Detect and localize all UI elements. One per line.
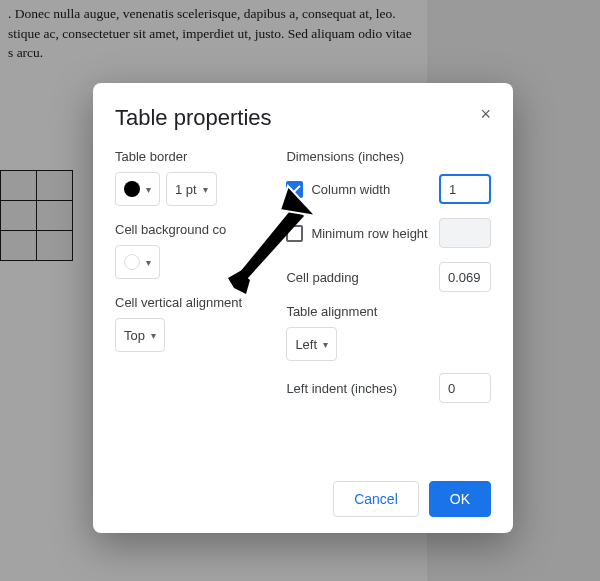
cell-background-section: Cell background co ▾ xyxy=(115,222,272,279)
column-width-label: Column width xyxy=(311,182,390,197)
color-swatch-icon xyxy=(124,254,140,270)
cell-padding-input[interactable] xyxy=(439,262,491,292)
column-width-checkbox[interactable] xyxy=(286,181,303,198)
right-column: Dimensions (inches) Column width Minimum… xyxy=(286,149,491,415)
cell-valign-dropdown[interactable]: Top ▾ xyxy=(115,318,165,352)
dialog-title: Table properties xyxy=(115,105,272,131)
cell-background-label: Cell background co xyxy=(115,222,272,237)
border-size-dropdown[interactable]: 1 pt ▾ xyxy=(166,172,217,206)
cancel-button[interactable]: Cancel xyxy=(333,481,419,517)
row-height-label: Minimum row height xyxy=(311,226,427,241)
table-properties-dialog: Table properties × Table border ▾ 1 pt ▾ xyxy=(93,83,513,533)
border-size-value: 1 pt xyxy=(175,182,197,197)
column-width-input[interactable] xyxy=(439,174,491,204)
dimensions-label: Dimensions (inches) xyxy=(286,149,491,164)
caret-down-icon: ▾ xyxy=(146,257,151,268)
left-indent-label: Left indent (inches) xyxy=(286,381,397,396)
cell-valign-value: Top xyxy=(124,328,145,343)
close-button[interactable]: × xyxy=(480,105,491,123)
border-color-dropdown[interactable]: ▾ xyxy=(115,172,160,206)
color-swatch-icon xyxy=(124,181,140,197)
cell-background-dropdown[interactable]: ▾ xyxy=(115,245,160,279)
caret-down-icon: ▾ xyxy=(151,330,156,341)
caret-down-icon: ▾ xyxy=(146,184,151,195)
table-alignment-dropdown[interactable]: Left ▾ xyxy=(286,327,337,361)
cell-valign-section: Cell vertical alignment Top ▾ xyxy=(115,295,272,352)
cell-valign-label: Cell vertical alignment xyxy=(115,295,272,310)
cell-padding-label: Cell padding xyxy=(286,270,358,285)
table-alignment-row: Left ▾ xyxy=(286,327,491,361)
row-height-checkbox[interactable] xyxy=(286,225,303,242)
column-width-row: Column width xyxy=(286,172,491,206)
row-height-input[interactable] xyxy=(439,218,491,248)
dialog-body: Table border ▾ 1 pt ▾ Cell background co xyxy=(115,149,491,415)
dialog-header: Table properties × xyxy=(115,105,491,131)
table-alignment-label: Table alignment xyxy=(286,304,491,319)
table-border-label: Table border xyxy=(115,149,272,164)
table-alignment-value: Left xyxy=(295,337,317,352)
cell-padding-row: Cell padding xyxy=(286,260,491,294)
table-border-section: Table border ▾ 1 pt ▾ xyxy=(115,149,272,206)
left-indent-row: Left indent (inches) xyxy=(286,371,491,405)
row-height-row: Minimum row height xyxy=(286,216,491,250)
caret-down-icon: ▾ xyxy=(203,184,208,195)
caret-down-icon: ▾ xyxy=(323,339,328,350)
left-indent-input[interactable] xyxy=(439,373,491,403)
dialog-actions: Cancel OK xyxy=(115,465,491,517)
left-column: Table border ▾ 1 pt ▾ Cell background co xyxy=(115,149,272,415)
ok-button[interactable]: OK xyxy=(429,481,491,517)
